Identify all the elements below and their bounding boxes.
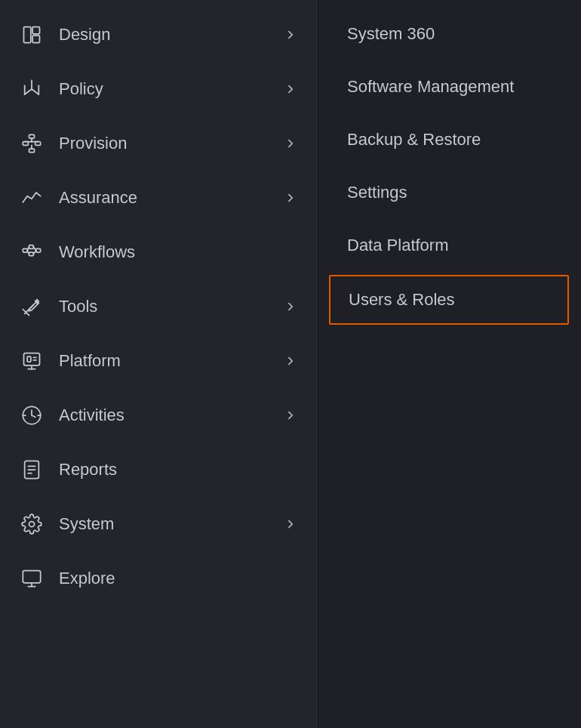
tools-icon [18,293,45,320]
chevron-right-icon [283,299,298,314]
submenu-item-users-roles[interactable]: Users & Roles [329,275,569,325]
sidebar-item-platform-label: Platform [59,351,283,371]
chevron-right-icon [283,517,298,532]
sidebar-item-assurance-label: Assurance [59,188,283,208]
sidebar-item-system-label: System [59,514,283,534]
submenu-item-backup-restore[interactable]: Backup & Restore [317,113,581,166]
explore-icon [18,565,45,592]
submenu-item-settings[interactable]: Settings [317,166,581,219]
chevron-right-icon [283,27,298,42]
sidebar-item-provision-label: Provision [59,134,283,153]
sidebar-item-policy-label: Policy [59,79,283,99]
sidebar-item-workflows-label: Workflows [59,242,298,262]
svg-rect-27 [27,356,31,362]
svg-rect-1 [32,27,39,34]
chevron-right-icon [283,82,298,97]
submenu-item-settings-label: Settings [347,183,407,202]
submenu-item-system360-label: System 360 [347,24,435,44]
submenu-item-backup-restore-label: Backup & Restore [347,130,481,150]
svg-line-21 [27,251,29,254]
chevron-right-icon [283,353,298,369]
sidebar-item-workflows[interactable]: Workflows [0,225,316,279]
submenu-panel: System 360 Software Management Backup & … [317,0,581,728]
sidebar-item-activities-label: Activities [59,406,283,425]
sidebar-item-tools-label: Tools [59,297,283,316]
chevron-right-icon [283,136,298,151]
submenu-item-data-platform-label: Data Platform [347,236,449,255]
svg-rect-2 [32,35,39,42]
svg-line-4 [25,89,32,94]
sidebar-item-design-label: Design [59,25,283,45]
policy-icon [18,76,45,103]
svg-rect-0 [24,27,31,43]
submenu-item-software-management[interactable]: Software Management [317,60,581,113]
sidebar-item-system[interactable]: System [0,497,316,551]
workflows-icon [18,239,45,266]
sidebar-item-policy[interactable]: Policy [0,62,316,116]
design-icon [18,21,45,48]
submenu-item-system360[interactable]: System 360 [317,8,581,60]
reports-icon [18,456,45,483]
submenu-item-users-roles-label: Users & Roles [349,290,455,310]
assurance-icon [18,184,45,211]
chevron-right-icon [283,190,298,205]
sidebar-item-assurance[interactable]: Assurance [0,171,316,225]
submenu-item-data-platform[interactable]: Data Platform [317,219,581,272]
sidebar-item-platform[interactable]: Platform [0,334,316,388]
provision-icon [18,130,45,157]
sidebar-item-provision[interactable]: Provision [0,116,316,171]
sidebar-item-explore[interactable]: Explore [0,551,316,606]
sidebar-item-activities[interactable]: Activities [0,388,316,443]
sidebar-item-reports[interactable]: Reports [0,443,316,497]
sidebar: Design Policy [0,0,317,728]
svg-rect-38 [23,571,40,583]
system-icon [18,511,45,538]
svg-rect-26 [24,353,40,366]
svg-point-37 [29,522,35,527]
sidebar-item-tools[interactable]: Tools [0,279,316,334]
platform-icon [18,347,45,375]
chevron-right-icon [283,408,298,423]
svg-rect-19 [36,248,41,252]
activities-icon [18,402,45,429]
submenu-item-software-management-label: Software Management [347,77,514,97]
sidebar-item-explore-label: Explore [59,569,298,588]
sidebar-item-design[interactable]: Design [0,8,316,62]
svg-line-5 [32,89,38,94]
sidebar-item-reports-label: Reports [59,460,298,480]
